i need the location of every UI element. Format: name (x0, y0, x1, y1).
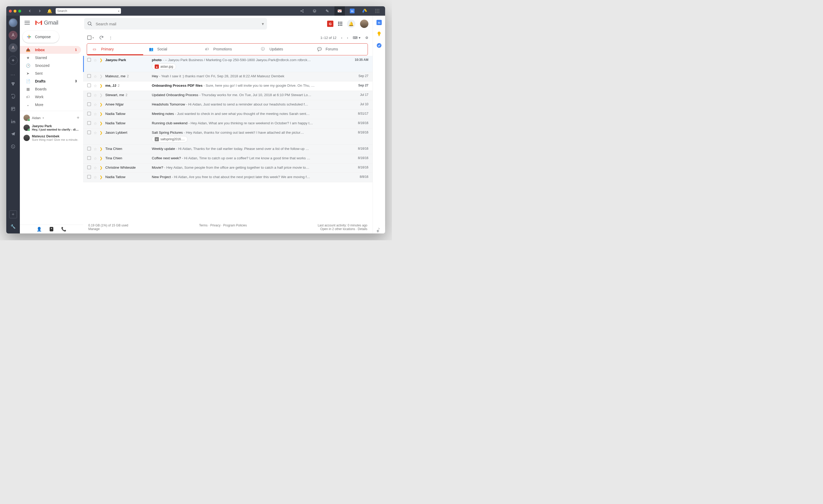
row-checkbox[interactable] (87, 175, 91, 179)
account-avatar[interactable] (360, 20, 368, 28)
star-icon[interactable]: ☆ (94, 74, 97, 79)
extension-badge[interactable]: G (327, 21, 333, 27)
email-row[interactable]: ☆ ❯ Amee NIjjar Headshots Tomorrow - Hi … (83, 100, 372, 110)
star-icon[interactable]: ☆ (94, 121, 97, 126)
notifications-icon[interactable]: 🔔 (347, 20, 355, 28)
email-row[interactable]: ☆ ❯ Jason Lybbert Salt Spring Pictures -… (83, 129, 372, 145)
tasks-addon-icon[interactable] (376, 43, 382, 48)
notifications-icon[interactable]: 🔔 (46, 8, 53, 14)
layers-icon[interactable] (309, 6, 320, 16)
importance-icon[interactable]: ❯ (100, 93, 103, 97)
row-checkbox[interactable] (87, 58, 91, 62)
refresh-icon[interactable] (99, 35, 104, 40)
settings-gear-icon[interactable]: ⚙ (365, 36, 368, 40)
apps-grid-icon[interactable] (338, 22, 342, 26)
star-icon[interactable]: ☆ (94, 83, 97, 88)
drive-app-icon[interactable] (359, 6, 370, 16)
email-row[interactable]: ☆ ❯ Nadia Tatlow New Project - Hi Aidan,… (83, 173, 372, 182)
privacy-link[interactable]: Privacy (210, 224, 220, 227)
minimize-window-button[interactable] (14, 10, 16, 13)
importance-icon[interactable]: ❯ (100, 58, 103, 62)
next-page-icon[interactable]: › (347, 36, 348, 40)
maximize-window-button[interactable] (18, 10, 21, 13)
search-options-icon[interactable]: ▾ (262, 21, 264, 26)
row-checkbox[interactable] (87, 121, 91, 125)
settings-wrench-icon[interactable]: 🔧 (9, 222, 17, 231)
gmail-app-icon[interactable] (334, 6, 345, 16)
collapse-addon-icon[interactable]: › (378, 226, 380, 231)
sidebar-item-sent[interactable]: ➤Sent (20, 69, 81, 77)
close-window-button[interactable] (9, 10, 12, 13)
tab-forums[interactable]: 💬Forums (311, 44, 368, 55)
compose-button[interactable]: Compose (22, 31, 59, 43)
importance-icon[interactable]: ❯ (100, 83, 103, 88)
trello-icon[interactable] (9, 104, 17, 113)
calendar-addon-icon[interactable]: 31 (376, 20, 382, 25)
attachment-chip[interactable]: ≡saltspring2016.… (152, 136, 188, 142)
telegram-icon[interactable] (9, 130, 17, 139)
tab-promotions[interactable]: 🏷Promotions (199, 44, 256, 55)
email-row[interactable]: ☆ ❯ Stewart, me 2 Updated Onboarding Pro… (83, 91, 372, 100)
menu-icon[interactable] (21, 21, 33, 25)
sidebar-item-more[interactable]: ⌄More (20, 101, 81, 108)
importance-icon[interactable]: ❯ (100, 112, 103, 116)
star-icon[interactable]: ☆ (94, 147, 97, 152)
gmail-logo[interactable]: Gmail (35, 19, 58, 26)
email-row[interactable]: ☆ ❯ Nadia Tatlow Running club weekend - … (83, 119, 372, 129)
attachment-chip[interactable]: ▲aidan.jpg (152, 63, 176, 70)
calendar-app-icon[interactable]: 31 (347, 6, 357, 16)
select-all-checkbox[interactable] (87, 35, 92, 40)
nav-back-button[interactable] (26, 8, 34, 14)
row-checkbox[interactable] (87, 83, 91, 87)
importance-icon[interactable]: ❯ (100, 74, 103, 78)
star-icon[interactable]: ☆ (94, 175, 97, 180)
row-checkbox[interactable] (87, 112, 91, 115)
star-icon[interactable]: ☆ (94, 131, 97, 135)
tab-social[interactable]: 👥Social (143, 44, 199, 55)
workspace-a1[interactable]: A (9, 31, 17, 40)
omnibar-search[interactable]: ▾ (56, 8, 121, 14)
details-link[interactable]: Details (358, 227, 367, 231)
workspace-avatar[interactable] (9, 18, 17, 27)
star-icon[interactable]: ☆ (94, 156, 97, 161)
sidebar-item-drafts[interactable]: 📄Drafts3 (20, 77, 81, 85)
email-row[interactable]: ☆ ❯ Christine Whiteside Movie? - Hey Aid… (83, 164, 372, 173)
apps-grid-icon[interactable] (372, 6, 382, 16)
row-checkbox[interactable] (87, 156, 91, 160)
email-row[interactable]: ☆ ❯ Mateusz, me 2 Hey - Yeah I saw it :)… (83, 72, 372, 81)
share-icon[interactable] (297, 6, 307, 16)
more-icon[interactable]: ⋮ (109, 36, 112, 40)
input-tools-icon[interactable]: ⌨ ▾ (353, 36, 360, 40)
importance-icon[interactable]: ❯ (100, 156, 103, 160)
sidebar-item-snoozed[interactable]: 🕑Snoozed (20, 62, 81, 69)
importance-icon[interactable]: ❯ (100, 131, 103, 135)
star-icon[interactable]: ☆ (94, 58, 97, 63)
mail-search-input[interactable] (96, 22, 259, 26)
email-row[interactable]: ☆ ❯ me, JJ 2 Onboarding Process PDF file… (83, 81, 372, 91)
importance-icon[interactable]: ❯ (100, 121, 103, 125)
hangouts-self[interactable]: Aidan ▾ + (20, 113, 83, 122)
email-row[interactable]: ☆ ❯ Tina Chien Coffee next week? - Hi Ai… (83, 154, 372, 164)
prev-page-icon[interactable]: ‹ (341, 36, 342, 40)
hangouts-chat[interactable]: Mateusz DembekSure thing man! Give me a … (20, 133, 83, 143)
keep-addon-icon[interactable] (376, 31, 382, 37)
chevron-down-icon[interactable]: ▾ (118, 10, 119, 13)
policies-link[interactable]: Program Policies (223, 224, 247, 227)
evernote-icon[interactable] (9, 92, 17, 101)
omnibar-input[interactable] (57, 9, 118, 13)
more-dots-icon[interactable]: ⋯ (10, 74, 16, 76)
email-row[interactable]: ☆ ❯ Tina Chien Weekly update - Hi Aidan,… (83, 145, 372, 154)
edit-icon[interactable]: ✎ (322, 6, 332, 16)
email-row[interactable]: ☆ ❯ Nadia Tatlow Meeting notes - Just wa… (83, 110, 372, 119)
row-checkbox[interactable] (87, 102, 91, 106)
manage-link[interactable]: Manage (88, 227, 100, 231)
accounts-icon[interactable] (9, 79, 17, 88)
importance-icon[interactable]: ❯ (100, 147, 103, 151)
add-app-button[interactable]: + (9, 211, 17, 218)
chevron-down-icon[interactable]: ▾ (93, 36, 94, 39)
nav-forward-button[interactable] (36, 8, 44, 14)
hangouts-icon[interactable]: ❝ (50, 227, 53, 231)
add-workspace-button[interactable]: + (9, 56, 17, 65)
importance-icon[interactable]: ❯ (100, 175, 103, 179)
star-icon[interactable]: ☆ (94, 166, 97, 170)
